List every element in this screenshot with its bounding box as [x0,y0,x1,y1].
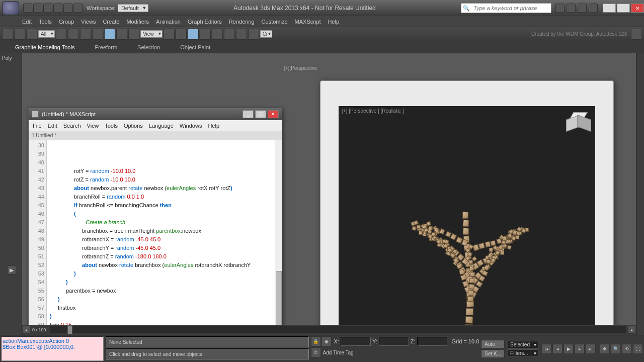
search-input[interactable] [471,5,551,11]
maxscript-code-area[interactable]: 3839404142434445464748495051525354555657… [29,140,282,349]
close-button[interactable]: ✕ [631,4,644,13]
scale-icon[interactable] [128,29,139,40]
x-coord-input[interactable] [341,337,371,346]
ribbon-tab-freeform[interactable]: Freeform [95,44,117,50]
menu-rendering[interactable]: Rendering [229,19,255,25]
refcoord-dropdown[interactable]: View [140,30,163,38]
next-frame-icon[interactable]: ▸ [575,344,585,354]
mirror-icon[interactable] [248,29,259,40]
code-editor[interactable]: rotY = random -10.0 10.0rotZ = random -1… [47,140,282,349]
help-icon[interactable] [589,4,598,13]
goto-start-icon[interactable]: |◂ [541,344,551,354]
qat-open-icon[interactable] [33,4,42,13]
create-dropdown[interactable]: Cr [260,30,272,38]
rect-select-icon[interactable] [80,29,91,40]
play-icon[interactable]: ▶ [564,344,574,354]
goto-end-icon[interactable]: ▸| [586,344,596,354]
mxs-close-button[interactable]: ✕ [268,110,279,118]
ribbon-tab-graphite-modeling-tools[interactable]: Graphite Modeling Tools [15,44,74,50]
tree-geometry[interactable] [364,161,575,342]
workspace-dropdown[interactable]: Default [118,4,148,12]
percent-snap-icon[interactable] [212,29,223,40]
angle-snap-icon[interactable] [200,29,211,40]
command-panel-collapsed[interactable] [636,53,644,335]
menu-edit[interactable]: Edit [22,19,32,25]
floating-viewport-window[interactable]: [+] [Perspective ] [Realistic ] tree 0 1… [320,80,614,362]
nav-zoom-icon[interactable]: 🔍 [611,344,621,354]
menu-tools[interactable]: Tools [39,19,52,25]
y-coord-input[interactable] [379,337,409,346]
perspective-viewport[interactable]: [+] [Perspective ] [Realistic ] tree 0 1… [339,106,595,362]
time-config-icon[interactable]: ⏱ [311,347,321,357]
viewport-label-left[interactable]: [+][Perspective [284,65,317,71]
ribbon-tab-object-paint[interactable]: Object Paint [180,44,210,50]
mxs-menu-search[interactable]: Search [63,123,81,129]
select-link-icon[interactable] [2,29,13,40]
isolate-icon[interactable]: ◉ [321,336,332,346]
mxs-menu-windows[interactable]: Windows [180,123,202,129]
timeline-handle[interactable] [67,325,72,334]
move-icon[interactable] [104,29,115,40]
window-crossing-icon[interactable] [92,29,103,40]
select-name-icon[interactable] [68,29,79,40]
menu-views[interactable]: Views [81,19,96,25]
menu-create[interactable]: Create [103,19,119,25]
viewport-config-icon[interactable] [631,29,642,40]
app-logo[interactable] [2,1,19,15]
menu-customize[interactable]: Customize [262,19,288,25]
favorites-icon[interactable] [578,4,587,13]
viewport-label[interactable]: [+] [Perspective ] [Realistic ] [342,108,404,114]
timeline[interactable]: ◂ 0 / 100 ▸ [22,325,636,335]
menu-maxscript[interactable]: MAXScript [295,19,321,25]
qat-link-icon[interactable] [73,4,83,13]
add-time-tag[interactable]: Add Time Tag [323,350,354,355]
mxs-menu-tools[interactable]: Tools [105,123,118,129]
maximize-button[interactable]: ☐ [617,4,630,13]
maxscript-file-tab[interactable]: 1 Untitled * [29,131,282,140]
viewcube[interactable] [566,112,589,132]
qat-undo-icon[interactable] [53,4,62,13]
qat-save-icon[interactable] [43,4,52,13]
menu-help[interactable]: Help [328,19,340,25]
mxs-menu-help[interactable]: Help [208,123,219,129]
menu-graph-editors[interactable]: Graph Editors [188,19,222,25]
key-filter-dropdown[interactable]: Selected [508,341,538,348]
manip-icon[interactable] [176,29,187,40]
qat-redo-icon[interactable] [63,4,72,13]
timeline-slider[interactable] [50,326,626,333]
nav-pan-icon[interactable]: ✥ [600,344,610,354]
nav-max-icon[interactable]: ⛶ [633,344,643,354]
maxscript-listener[interactable]: actionMan.executeAction 0 $Box:Box001 @ … [1,336,104,361]
prev-frame-icon[interactable]: ◂ [552,344,562,354]
menu-group[interactable]: Group [59,19,74,25]
mxs-maximize-button[interactable]: ☐ [255,110,266,118]
mxs-menu-view[interactable]: View [87,123,99,129]
spinner-snap-icon[interactable] [224,29,235,40]
named-sel-icon[interactable] [236,29,247,40]
menu-animation[interactable]: Animation [156,19,181,25]
signin-icon[interactable] [555,4,565,13]
minimize-button[interactable]: _ [603,4,616,13]
exchange-icon[interactable] [567,4,576,13]
qat-new-icon[interactable] [23,4,32,13]
mxs-menu-language[interactable]: Language [149,123,174,129]
unlink-icon[interactable] [14,29,25,40]
menu-modifiers[interactable]: Modifiers [126,19,149,25]
bind-icon[interactable] [26,29,37,40]
auto-key-button[interactable]: Auto [481,340,505,348]
snap-icon[interactable] [188,29,199,40]
set-key-button[interactable]: Set K... [481,349,505,358]
z-coord-input[interactable] [417,337,447,346]
key-filters-button[interactable]: Filters... [508,349,538,357]
mxs-menu-edit[interactable]: Edit [48,123,57,129]
mxs-menu-options[interactable]: Options [124,123,143,129]
vertical-scrollbar[interactable] [275,140,282,349]
timeline-prev-icon[interactable]: ◂ [22,326,30,334]
search-box[interactable]: 🔍 [461,3,551,13]
pivot-icon[interactable] [164,29,175,40]
select-icon[interactable] [56,29,67,40]
mxs-menu-file[interactable]: File [33,123,42,129]
rotate-icon[interactable] [116,29,127,40]
timeline-play-icon[interactable]: ▶ [7,265,16,275]
selection-filter-dropdown[interactable]: All [38,30,55,38]
